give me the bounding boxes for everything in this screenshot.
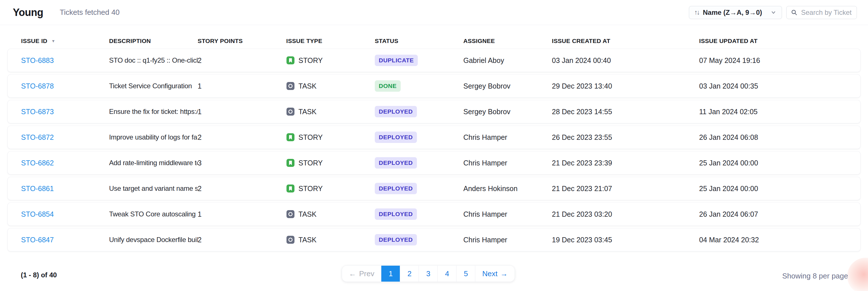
next-label: Next	[482, 269, 497, 278]
column-header-story-points: STORY POINTS	[198, 38, 286, 44]
table-row: STO-6847 Unify devspace Dockerfile build…	[8, 228, 860, 251]
sort-dropdown-label: Name (Z→A, 9→0)	[703, 8, 762, 17]
created-at-cell: 03 Jan 2024 00:40	[552, 56, 699, 65]
story-points-cell: 2	[198, 56, 286, 65]
page-title: Young	[13, 6, 43, 19]
status-badge: DEPLOYED	[375, 106, 417, 117]
ticket-id-link[interactable]: STO-6872	[21, 133, 109, 141]
story-icon	[286, 159, 295, 167]
range-label: (1 - 8) of 40	[21, 271, 57, 279]
issue-type-label: STORY	[299, 185, 323, 193]
status-badge: DEPLOYED	[375, 234, 417, 246]
table-body: STO-6883 STO doc :: q1-fy25 :: One-click…	[8, 49, 860, 251]
story-points-cell: 2	[198, 236, 286, 244]
page-number-button[interactable]: 5	[456, 266, 475, 282]
issue-type-label: TASK	[299, 82, 316, 90]
assignee-cell: Chris Hamper	[463, 236, 552, 244]
prev-label: Prev	[359, 269, 374, 278]
issue-type-cell: STORY	[286, 159, 375, 167]
story-icon	[286, 56, 295, 65]
pagination-bar: (1 - 8) of 40 ← Prev 12345 Next → Showin…	[0, 265, 868, 291]
sort-dropdown[interactable]: ↑↓ Name (Z→A, 9→0)	[689, 6, 782, 19]
column-header-issue-created-at: ISSUE CREATED AT	[552, 38, 699, 44]
created-at-cell: 19 Dec 2023 03:45	[552, 236, 699, 244]
ticket-id-link[interactable]: STO-6873	[21, 108, 109, 116]
ticket-id-link[interactable]: STO-6878	[21, 82, 109, 90]
description-cell: Unify devspace Dockerfile build	[109, 236, 198, 244]
issue-type-label: STORY	[299, 159, 323, 167]
issue-type-cell: STORY	[286, 184, 375, 193]
story-icon	[286, 133, 295, 141]
status-cell: DUPLICATE	[375, 55, 463, 66]
table-row: STO-6872 Improve usability of logs for f…	[8, 126, 860, 149]
task-icon	[286, 107, 295, 116]
issue-type-label: STORY	[299, 56, 323, 65]
table-row: STO-6854 Tweak STO Core autoscaling par.…	[8, 203, 860, 226]
prev-page-button[interactable]: ← Prev	[342, 266, 381, 282]
updated-at-cell: 26 Jan 2024 06:08	[699, 133, 860, 141]
column-header-issue-type: ISSUE TYPE	[286, 38, 375, 44]
chevron-down-icon	[770, 9, 777, 15]
search-icon	[791, 9, 798, 16]
story-icon	[286, 184, 295, 193]
page-number-button[interactable]: 3	[418, 266, 437, 282]
status-badge: DUPLICATE	[375, 55, 418, 66]
issue-type-cell: STORY	[286, 56, 375, 65]
updated-at-cell: 25 Jan 2024 00:00	[699, 185, 860, 193]
status-cell: DEPLOYED	[375, 106, 463, 117]
assignee-cell: Sergey Bobrov	[463, 108, 552, 116]
ticket-id-link[interactable]: STO-6862	[21, 159, 109, 167]
issue-type-cell: TASK	[286, 210, 375, 218]
issue-type-cell: STORY	[286, 133, 375, 141]
task-icon	[286, 235, 295, 244]
issue-type-label: TASK	[299, 210, 316, 218]
column-header-issue-id[interactable]: ISSUE ID ▼	[21, 38, 109, 44]
page-number-button[interactable]: 2	[400, 266, 418, 282]
assignee-cell: Sergey Bobrov	[463, 82, 552, 90]
issue-type-label: STORY	[299, 133, 323, 141]
story-points-cell: 1	[198, 210, 286, 218]
column-header-assignee: ASSIGNEE	[463, 38, 552, 44]
floating-orb	[847, 258, 868, 291]
ticket-id-link[interactable]: STO-6861	[21, 185, 109, 193]
column-header-description: DESCRIPTION	[109, 38, 198, 44]
created-at-cell: 28 Dec 2023 14:55	[552, 108, 699, 116]
table-row: STO-6873 Ensure the fix for ticket: http…	[8, 100, 860, 123]
assignee-cell: Anders Hokinson	[463, 185, 552, 193]
status-badge: DEPLOYED	[375, 208, 417, 220]
assignee-cell: Chris Hamper	[463, 210, 552, 218]
status-cell: DEPLOYED	[375, 132, 463, 143]
description-cell: Use target and variant name sear...	[109, 185, 198, 192]
story-points-cell: 3	[198, 159, 286, 167]
left-arrow-icon: ←	[349, 269, 356, 278]
next-page-button[interactable]: Next →	[475, 266, 514, 282]
table-row: STO-6883 STO doc :: q1-fy25 :: One-click…	[8, 49, 860, 72]
updated-at-cell: 26 Jan 2024 06:07	[699, 210, 860, 218]
tickets-fetched-label: Tickets fetched 40	[60, 8, 120, 17]
created-at-cell: 21 Dec 2023 03:20	[552, 210, 699, 218]
status-cell: DEPLOYED	[375, 208, 463, 220]
page-number-button[interactable]: 1	[381, 266, 400, 282]
ticket-id-link[interactable]: STO-6847	[21, 236, 109, 244]
search-input[interactable]	[801, 8, 852, 17]
right-arrow-icon: →	[500, 269, 508, 278]
updated-at-cell: 04 Mar 2024 20:32	[699, 236, 860, 244]
updated-at-cell: 03 Jan 2024 00:35	[699, 82, 860, 90]
assignee-cell: Chris Hamper	[463, 159, 552, 167]
search-box[interactable]	[786, 6, 857, 19]
ticket-id-link[interactable]: STO-6883	[21, 56, 109, 65]
description-cell: Ensure the fix for ticket: https://h...	[109, 108, 198, 116]
tickets-table: ISSUE ID ▼ DESCRIPTION STORY POINTS ISSU…	[8, 33, 860, 251]
task-icon	[286, 210, 295, 218]
ticket-id-link[interactable]: STO-6854	[21, 210, 109, 218]
page-number-button[interactable]: 4	[437, 266, 456, 282]
assignee-cell: Gabriel Aboy	[463, 56, 552, 65]
task-icon	[286, 82, 295, 90]
description-cell: Improve usability of logs for failur...	[109, 133, 198, 141]
description-cell: Ticket Service Configuration	[109, 82, 198, 90]
table-row: STO-6862 Add rate-limiting middleware to…	[8, 152, 860, 174]
status-cell: DEPLOYED	[375, 183, 463, 194]
issue-type-cell: TASK	[286, 235, 375, 244]
created-at-cell: 26 Dec 2023 23:55	[552, 133, 699, 141]
sort-desc-icon: ▼	[51, 39, 55, 43]
